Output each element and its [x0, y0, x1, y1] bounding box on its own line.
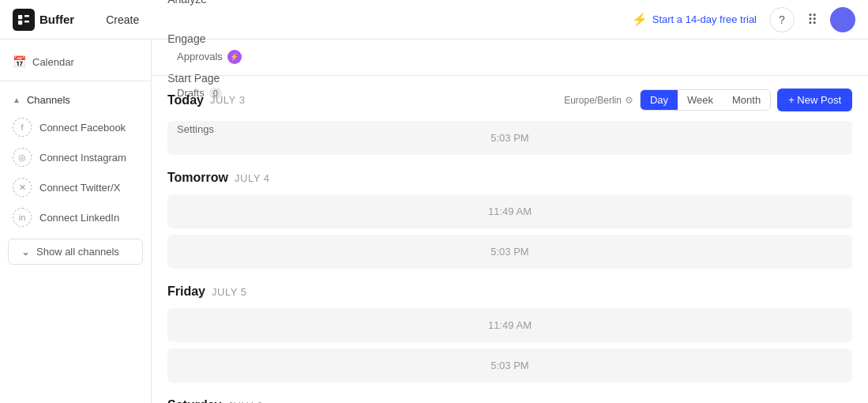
view-btn-month[interactable]: Month: [723, 90, 770, 110]
day-date-tomorrow: JULY 4: [235, 172, 269, 184]
approvals-icon: [227, 50, 242, 64]
svg-rect-4: [24, 20, 29, 22]
content-area: Today JULY 3 Europe/Berlin ⚙ DayWeekMont…: [152, 76, 868, 403]
day-controls: Europe/Berlin ⚙ DayWeekMonth + New Post: [564, 89, 852, 111]
channel-item-linkedin[interactable]: in Connect LinkedIn: [0, 202, 151, 232]
day-title-today: Today: [167, 93, 204, 107]
day-section-friday: Friday JULY 5 11:49 AM 5:03 PM: [167, 284, 852, 382]
show-all-channels-button[interactable]: ⌄ Show all channels: [8, 239, 143, 265]
logo-text: Buffer: [39, 13, 74, 26]
nav-item-analyze[interactable]: Analyze: [155, 0, 232, 20]
tab-settings-label: Settings: [177, 123, 214, 135]
time-slot-friday-1[interactable]: 5:03 PM: [167, 348, 852, 382]
instagram-label: Connect Instagram: [39, 152, 126, 164]
channel-list: f Connect Facebook ◎ Connect Instagram ✕…: [0, 112, 151, 232]
channel-item-instagram[interactable]: ◎ Connect Instagram: [0, 142, 151, 172]
channels-label: Channels: [27, 94, 70, 106]
divider: [0, 81, 151, 81]
svg-rect-2: [24, 14, 29, 17]
linkedin-icon: in: [13, 208, 32, 227]
day-date-today: JULY 3: [210, 94, 245, 106]
day-header-saturday: Saturday JULY 6: [167, 398, 852, 403]
lightning-icon: ⚡: [632, 12, 648, 27]
facebook-icon: f: [13, 118, 32, 137]
channel-item-facebook[interactable]: f Connect Facebook: [0, 112, 151, 142]
tab-approvals[interactable]: Approvals: [167, 40, 251, 76]
day-section-saturday: Saturday JULY 6: [167, 398, 852, 403]
day-header-today: Today JULY 3 Europe/Berlin ⚙ DayWeekMont…: [167, 89, 852, 111]
view-btn-day[interactable]: Day: [641, 90, 678, 110]
view-toggle: DayWeekMonth: [640, 89, 771, 111]
show-all-label: Show all channels: [36, 246, 119, 258]
time-slot-tomorrow-0[interactable]: 11:49 AM: [167, 194, 852, 228]
day-date-saturday: JULY 6: [227, 400, 262, 404]
time-slot-today-0[interactable]: 5:03 PM: [167, 121, 852, 155]
layout: 📅 Calendar ▲ Channels f Connect Facebook…: [0, 40, 868, 403]
timezone-selector[interactable]: Europe/Berlin ⚙: [564, 95, 633, 106]
svg-rect-0: [13, 9, 35, 31]
day-header-friday: Friday JULY 5: [167, 284, 852, 299]
help-button[interactable]: ?: [769, 7, 795, 32]
new-post-button[interactable]: + New Post: [777, 89, 852, 111]
day-section-tomorrow: Tomorrow JULY 4 11:49 AM 5:03 PM: [167, 171, 852, 269]
day-title-saturday: Saturday: [167, 398, 221, 403]
time-slot-tomorrow-1[interactable]: 5:03 PM: [167, 235, 852, 269]
trial-label: Start a 14-day free trial: [652, 13, 757, 25]
twitter-label: Connect Twitter/X: [39, 182, 120, 194]
day-date-friday: JULY 5: [212, 286, 246, 298]
timezone-gear-icon[interactable]: ⚙: [625, 95, 633, 106]
logo[interactable]: Buffer: [13, 9, 74, 31]
day-title-friday: Friday: [167, 284, 205, 299]
main-content: QueueSentApprovalsDrafts0Settings Today …: [152, 40, 868, 403]
tabs-bar: QueueSentApprovalsDrafts0Settings: [152, 40, 868, 76]
channels-header[interactable]: ▲ Channels: [0, 88, 151, 112]
day-title-tomorrow: Tomorrow: [167, 171, 228, 185]
svg-rect-1: [18, 14, 22, 18]
day-header-tomorrow: Tomorrow JULY 4: [167, 171, 852, 185]
view-btn-week[interactable]: Week: [678, 90, 723, 110]
linkedin-label: Connect LinkedIn: [39, 212, 119, 224]
facebook-label: Connect Facebook: [39, 122, 126, 134]
tab-settings[interactable]: Settings: [167, 112, 251, 149]
calendar-icon: 📅: [13, 55, 26, 68]
sidebar: 📅 Calendar ▲ Channels f Connect Facebook…: [0, 40, 152, 403]
top-nav: Buffer Create PublishAnalyzeEngageStart …: [0, 0, 868, 40]
create-button[interactable]: Create: [93, 9, 152, 31]
calendar-label: Calendar: [32, 56, 74, 68]
trial-button[interactable]: ⚡ Start a 14-day free trial: [632, 12, 757, 27]
day-section-today: Today JULY 3 Europe/Berlin ⚙ DayWeekMont…: [167, 89, 852, 155]
timezone-label: Europe/Berlin: [564, 95, 622, 106]
channel-item-twitter[interactable]: ✕ Connect Twitter/X: [0, 172, 151, 202]
twitter-icon: ✕: [13, 178, 32, 197]
days-container: Today JULY 3 Europe/Berlin ⚙ DayWeekMont…: [167, 89, 852, 403]
instagram-icon: ◎: [13, 148, 32, 167]
sidebar-calendar[interactable]: 📅 Calendar: [0, 49, 151, 74]
time-slot-friday-0[interactable]: 11:49 AM: [167, 308, 852, 342]
chevron-down-icon: ⌄: [21, 246, 30, 258]
chevron-up-icon: ▲: [13, 96, 21, 104]
nav-right: ⚡ Start a 14-day free trial ? ⠿: [632, 7, 855, 32]
svg-rect-3: [18, 20, 22, 24]
tab-approvals-label: Approvals: [177, 51, 223, 62]
grid-icon[interactable]: ⠿: [807, 11, 817, 28]
avatar[interactable]: [830, 7, 855, 32]
